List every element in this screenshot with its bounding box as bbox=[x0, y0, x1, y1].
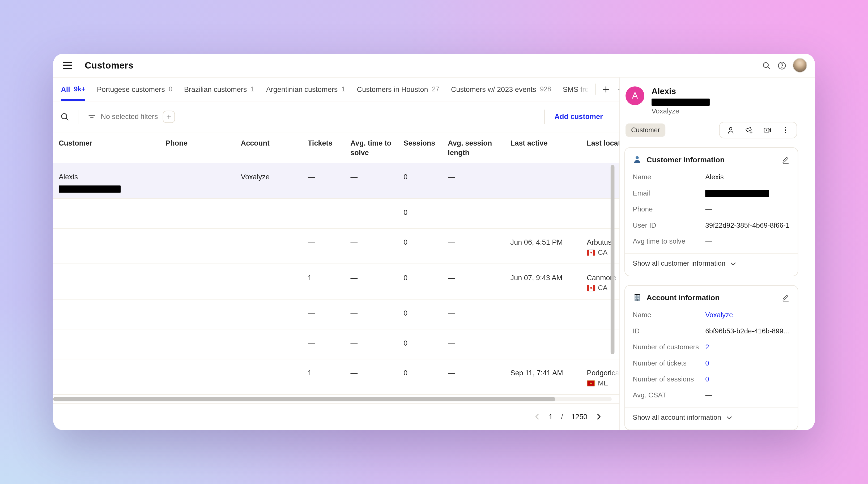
info-label: User ID bbox=[633, 221, 705, 230]
page-title: Customers bbox=[85, 60, 133, 71]
tab-label: Brazilian customers bbox=[184, 85, 247, 93]
tab-count: 27 bbox=[432, 85, 439, 93]
info-value-link[interactable]: 2 bbox=[705, 343, 709, 352]
info-value: 6bf96b53-b2de-416b-899... bbox=[705, 327, 789, 335]
app-window: Customers All9k+Portugese customers0Braz… bbox=[53, 54, 815, 430]
cell-last-location bbox=[587, 163, 619, 198]
cell-avg-time-to-solve: — bbox=[350, 329, 403, 359]
tab-customers-in-houston[interactable]: Customers in Houston27 bbox=[357, 78, 440, 101]
table-row[interactable]: ——0— bbox=[53, 300, 619, 330]
column-header-last-active[interactable]: Last active bbox=[510, 132, 587, 163]
customer-name: Alexis bbox=[652, 86, 710, 96]
info-value: 39f22d92-385f-4b69-8f66-1 bbox=[705, 221, 789, 230]
tab-count: 928 bbox=[540, 85, 551, 93]
tab-count: 1 bbox=[251, 85, 254, 93]
info-label: ID bbox=[633, 327, 705, 335]
customer-information-card: Customer information NameAlexisEmailPhon… bbox=[624, 147, 798, 276]
total-pages: 1250 bbox=[571, 413, 587, 421]
table-header: CustomerPhoneAccountTicketsAvg. time to … bbox=[53, 132, 619, 163]
customer-detail-panel: A Alexis Voxalyze Customer Customer info… bbox=[619, 78, 815, 430]
column-header-account[interactable]: Account bbox=[241, 132, 308, 163]
flag-ca-icon bbox=[587, 250, 595, 256]
flag-ca-icon bbox=[587, 285, 595, 291]
tab-brazilian-customers[interactable]: Brazilian customers1 bbox=[184, 78, 254, 101]
table-row[interactable]: AlexisVoxalyze——0— bbox=[53, 163, 619, 199]
edit-account-info-icon[interactable] bbox=[782, 293, 790, 302]
current-page: 1 bbox=[549, 413, 553, 421]
tab-argentinian-customers[interactable]: Argentinian customers1 bbox=[266, 78, 345, 101]
info-value: — bbox=[705, 237, 712, 246]
info-row-avg-time-to-solve: Avg time to solve— bbox=[633, 237, 790, 246]
info-value-link[interactable]: 0 bbox=[705, 375, 709, 384]
help-icon[interactable] bbox=[777, 61, 786, 70]
info-label: Name bbox=[633, 173, 705, 181]
menu-icon[interactable] bbox=[61, 59, 73, 71]
ticket-plus-icon[interactable] bbox=[744, 126, 753, 134]
info-row-name: NameVoxalyze bbox=[633, 310, 790, 319]
cell-last-location bbox=[587, 300, 619, 329]
vertical-scrollbar-thumb[interactable] bbox=[611, 165, 615, 354]
person-blue-icon bbox=[633, 155, 642, 164]
next-page-icon[interactable] bbox=[594, 413, 603, 421]
column-header-phone[interactable]: Phone bbox=[165, 132, 241, 163]
table-row[interactable]: ——0—Jun 06, 4:51 PMArbutusCA bbox=[53, 229, 619, 264]
column-header-tickets[interactable]: Tickets bbox=[308, 132, 350, 163]
column-header-customer[interactable]: Customer bbox=[59, 132, 165, 163]
cell-last-active: Sep 11, 7:41 AM bbox=[510, 359, 587, 394]
show-all-account-info[interactable]: Show all account information bbox=[633, 407, 790, 422]
cell-customer bbox=[59, 300, 165, 329]
hscroll-thumb[interactable] bbox=[53, 397, 555, 401]
add-filter-button[interactable] bbox=[163, 111, 175, 123]
redacted-email-bar bbox=[59, 185, 121, 192]
table-row[interactable]: ——0— bbox=[53, 329, 619, 359]
customers-list-region: All9k+Portugese customers0Brazilian cust… bbox=[53, 78, 619, 430]
info-value-link[interactable]: 0 bbox=[705, 359, 709, 368]
person-icon[interactable] bbox=[726, 126, 735, 134]
cell-tickets: — bbox=[308, 300, 350, 329]
customer-information-title: Customer information bbox=[647, 155, 724, 163]
cell-sessions: 0 bbox=[403, 329, 448, 359]
app-header: Customers bbox=[53, 54, 815, 78]
table-row[interactable]: 1—0—Sep 11, 7:41 AMPodgoricaME bbox=[53, 359, 619, 395]
cell-phone bbox=[165, 229, 241, 264]
cell-sessions: 0 bbox=[403, 163, 448, 198]
info-row-number-of-customers: Number of customers2 bbox=[633, 343, 790, 352]
add-customer-button[interactable]: Add customer bbox=[555, 112, 603, 121]
tab-label: Argentinian customers bbox=[266, 85, 338, 93]
search-icon[interactable] bbox=[762, 61, 771, 70]
tab-customers-w-2023-events[interactable]: Customers w/ 2023 events928 bbox=[451, 78, 551, 101]
column-header-sessions[interactable]: Sessions bbox=[403, 132, 448, 163]
cell-customer bbox=[59, 229, 165, 264]
table-row[interactable]: 1—0—Jun 07, 9:43 AMCanmoreCA bbox=[53, 264, 619, 299]
tab-sms-fro[interactable]: SMS fro bbox=[563, 78, 588, 101]
info-row-id: ID6bf96b53-b2de-416b-899... bbox=[633, 327, 790, 335]
cell-customer: Alexis bbox=[59, 163, 165, 198]
tab-portugese-customers[interactable]: Portugese customers0 bbox=[97, 78, 173, 101]
info-value-link[interactable]: Voxalyze bbox=[705, 310, 733, 319]
column-header-last-location[interactable]: Last location bbox=[587, 132, 619, 163]
add-view-button[interactable] bbox=[601, 85, 610, 94]
cell-avg-time-to-solve: — bbox=[350, 359, 403, 394]
tab-all[interactable]: All9k+ bbox=[61, 78, 85, 101]
account-info-rows: NameVoxalyzeID6bf96b53-b2de-416b-899...N… bbox=[633, 310, 790, 400]
show-all-customer-info[interactable]: Show all customer information bbox=[633, 254, 790, 269]
cell-account: Voxalyze bbox=[241, 163, 308, 198]
prev-page-icon[interactable] bbox=[533, 413, 541, 421]
info-label: Number of sessions bbox=[633, 375, 705, 384]
info-label: Name bbox=[633, 310, 705, 319]
edit-customer-info-icon[interactable] bbox=[782, 155, 790, 163]
user-avatar[interactable] bbox=[793, 58, 807, 72]
kebab-icon[interactable] bbox=[781, 126, 790, 134]
table-search-icon[interactable] bbox=[60, 112, 70, 122]
column-header-avg-session-length[interactable]: Avg. session length bbox=[448, 132, 510, 163]
cell-avg-session-length: — bbox=[448, 199, 510, 228]
column-header-avg-time-to-solve[interactable]: Avg. time to solve bbox=[350, 132, 403, 163]
cell-phone bbox=[165, 199, 241, 228]
table-row[interactable]: ——0— bbox=[53, 199, 619, 229]
filter-status-label: No selected filters bbox=[101, 112, 158, 121]
info-label: Avg time to solve bbox=[633, 237, 705, 246]
cell-tickets: — bbox=[308, 229, 350, 264]
panel-action-group bbox=[719, 122, 797, 139]
more-views-button[interactable] bbox=[617, 85, 619, 94]
video-icon[interactable] bbox=[763, 126, 772, 134]
